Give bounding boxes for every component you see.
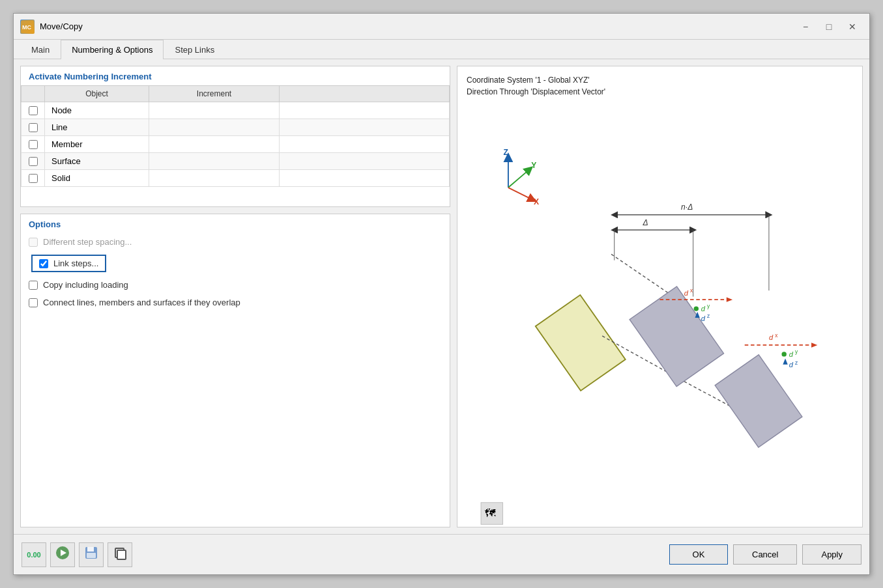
tab-steplinks[interactable]: Step Links <box>164 40 225 59</box>
dy-label2: d <box>789 350 794 358</box>
dz-sub1: z <box>707 313 710 319</box>
member-checkbox[interactable] <box>29 140 38 149</box>
main-window: MC Move/Copy − □ ✕ Main Numbering & Opti… <box>13 13 870 575</box>
col-object: Object <box>45 86 149 102</box>
toolbar-run-btn[interactable] <box>50 542 75 567</box>
delta-label: Δ <box>642 218 648 227</box>
col-extra <box>280 86 450 102</box>
close-button[interactable]: ✕ <box>842 18 863 35</box>
diagram-settings-icon[interactable]: 🗺 <box>481 503 502 524</box>
copy-loading-label: Copy including loading <box>43 280 128 290</box>
dx-label1: d <box>684 289 689 297</box>
title-bar: MC Move/Copy − □ ✕ <box>14 14 869 40</box>
maximize-button[interactable]: □ <box>818 18 839 35</box>
window-title: Move/Copy <box>40 21 795 31</box>
row-label-line: Line <box>45 119 149 136</box>
numbering-title: Activate Numbering Increment <box>21 66 450 85</box>
link-steps-checkbox[interactable] <box>39 259 48 268</box>
dx-arrowhead2 <box>811 343 817 347</box>
svg-text:X: X <box>534 197 539 206</box>
member-extra <box>280 136 450 153</box>
solid-extra <box>280 170 450 187</box>
options-section: Options Different step spacing... Link s… <box>20 214 450 527</box>
dy-dot1 <box>694 306 699 311</box>
svg-text:MC: MC <box>22 24 31 31</box>
svg-rect-17 <box>87 553 96 558</box>
dialog-buttons: OK Cancel Apply <box>669 544 861 565</box>
dx-label2: d <box>769 333 774 341</box>
connect-lines-checkbox[interactable] <box>29 298 38 307</box>
tab-main[interactable]: Main <box>20 40 61 59</box>
line-checkbox[interactable] <box>29 123 38 132</box>
svg-text:Z: Z <box>503 148 508 157</box>
table-row: Line <box>22 119 450 136</box>
connect-lines-label: Connect lines, members and surfaces if t… <box>43 298 240 307</box>
tabs-bar: Main Numbering & Options Step Links <box>14 40 869 59</box>
link-steps-highlight[interactable]: Link steps... <box>31 255 106 272</box>
cancel-button[interactable]: Cancel <box>733 544 797 565</box>
svg-rect-8 <box>536 295 626 391</box>
connect-lines-row: Connect lines, members and surfaces if t… <box>21 294 450 311</box>
dy-dot2 <box>781 352 786 356</box>
row-label-member: Member <box>45 136 149 153</box>
dy-sub1: y <box>707 303 710 309</box>
row-label-solid: Solid <box>45 170 149 187</box>
node-checkbox[interactable] <box>29 106 38 115</box>
table-row: Surface <box>22 153 450 170</box>
app-icon: MC <box>20 20 35 34</box>
table-row: Member <box>22 136 450 153</box>
toolbar-copy-btn[interactable] <box>108 542 132 567</box>
n-delta-label: n·Δ <box>681 203 693 212</box>
col-checkbox <box>22 86 45 102</box>
row-label-surface: Surface <box>45 153 149 170</box>
copy-loading-checkbox[interactable] <box>29 281 38 290</box>
save-icon <box>84 546 98 563</box>
diagram-panel: Coordinate System '1 - Global XYZ' Direc… <box>457 66 863 527</box>
copy-loading-row: Copy including loading <box>21 276 450 294</box>
left-panel: Activate Numbering Increment Object Incr… <box>20 66 450 527</box>
col-increment: Increment <box>149 86 280 102</box>
numbering-table: Object Increment Node <box>21 85 450 187</box>
surface-extra <box>280 153 450 170</box>
solid-checkbox[interactable] <box>29 174 38 183</box>
dx-sub2: x <box>775 332 778 339</box>
dz-sub2: z <box>795 359 798 366</box>
toolbar-value-btn[interactable]: 0.00 <box>22 542 46 567</box>
row-label-node: Node <box>45 102 149 119</box>
toolbar-save-btn[interactable] <box>79 542 104 567</box>
svg-text:🗺: 🗺 <box>485 507 496 520</box>
surface-checkbox[interactable] <box>29 157 38 166</box>
line-extra <box>280 119 450 136</box>
numbering-section: Activate Numbering Increment Object Incr… <box>20 66 450 207</box>
table-row: Node <box>22 102 450 119</box>
window-controls: − □ ✕ <box>795 18 863 35</box>
original-shape <box>536 295 626 391</box>
options-title: Options <box>21 214 450 233</box>
dz-arrow2 <box>783 358 787 364</box>
ok-button[interactable]: OK <box>669 544 728 565</box>
apply-button[interactable]: Apply <box>802 544 861 565</box>
tab-numbering[interactable]: Numbering & Options <box>61 40 164 59</box>
copy-icon <box>113 546 127 563</box>
coord-axes: Z Y X <box>503 148 539 206</box>
minimize-button[interactable]: − <box>795 18 816 35</box>
dz-label1: d <box>701 315 706 322</box>
table-row: Solid <box>22 170 450 187</box>
svg-line-6 <box>508 188 532 200</box>
dy-label1: d <box>701 305 706 313</box>
toolbar-buttons: 0.00 <box>22 542 132 567</box>
diff-spacing-row: Different step spacing... <box>21 233 450 251</box>
copy1-shape <box>630 287 723 387</box>
diff-spacing-label: Different step spacing... <box>43 237 132 247</box>
bottom-bar: 0.00 <box>14 534 869 574</box>
line-increment <box>149 119 280 136</box>
run-icon <box>55 546 70 563</box>
svg-line-4 <box>508 169 530 188</box>
surface-increment <box>149 153 280 170</box>
svg-rect-16 <box>87 547 94 552</box>
dz-label2: d <box>789 361 794 369</box>
svg-text:Y: Y <box>531 161 536 170</box>
toolbar-value-icon: 0.00 <box>27 551 40 559</box>
node-extra <box>280 102 450 119</box>
link-steps-row: Link steps... <box>21 251 450 276</box>
